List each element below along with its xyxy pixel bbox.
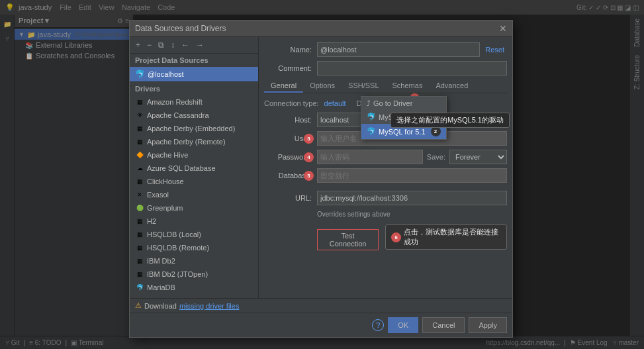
hsqldb-local-icon: ▦ bbox=[135, 230, 144, 239]
azure-icon: ☁ bbox=[135, 164, 144, 173]
save-select[interactable]: Forever Until restart Never bbox=[449, 150, 507, 164]
annotation-2-badge: 2 bbox=[431, 126, 441, 136]
annotation-4: 4 bbox=[304, 152, 314, 162]
driver-label: Greenplum bbox=[147, 204, 183, 212]
tab-ssh-ssl[interactable]: SSH/SSL bbox=[342, 79, 385, 93]
apply-button[interactable]: Apply bbox=[469, 317, 507, 333]
datasource-item-localhost[interactable]: 🐬 @localhost bbox=[130, 67, 258, 81]
database-row: Database: 5 bbox=[264, 168, 507, 183]
comment-row: Comment: bbox=[264, 61, 507, 75]
conn-type-label: Connection type: bbox=[264, 99, 319, 107]
driver-label: Apache Cassandra bbox=[147, 111, 209, 119]
driver-apache-cassandra[interactable]: 👁 Apache Cassandra bbox=[130, 109, 258, 122]
test-annotation-callout: 6 点击，测试数据库是否能连接成功 bbox=[385, 224, 507, 250]
back-btn[interactable]: ← bbox=[179, 40, 191, 50]
driver-apache-hive[interactable]: 🔶 Apache Hive bbox=[130, 148, 258, 162]
tab-options[interactable]: Options bbox=[303, 79, 342, 93]
redshift-icon: ▦ bbox=[135, 97, 144, 107]
driver-label: IBM Db2 bbox=[147, 257, 175, 265]
data-sources-dialog: Data Sources and Drivers ✕ + − ⧉ ↕ ← → P… bbox=[129, 20, 513, 338]
driver-label: Exasol bbox=[147, 191, 169, 199]
dialog-title: Data Sources and Drivers bbox=[135, 24, 226, 33]
help-icon[interactable]: ? bbox=[372, 319, 384, 331]
cassandra-icon: 👁 bbox=[135, 111, 144, 120]
hsqldb-remote-icon: ▦ bbox=[135, 243, 144, 252]
greenplum-icon: 🟢 bbox=[135, 203, 144, 213]
name-row: Name: Reset bbox=[264, 42, 507, 57]
warning-bar: ⚠ Download missing driver files bbox=[130, 298, 512, 313]
host-label: Host: bbox=[264, 116, 317, 124]
driver-derby-embedded[interactable]: ▦ Apache Derby (Embedded) bbox=[130, 122, 258, 135]
driver-clickhouse[interactable]: ▦ ClickHouse bbox=[130, 175, 258, 188]
driver-amazon-redshift[interactable]: ▦ Amazon Redshift bbox=[130, 95, 258, 109]
mysql51-popup-icon: 🐬 bbox=[367, 127, 376, 136]
reset-button[interactable]: Reset bbox=[483, 46, 507, 54]
mysql-icon: 🐬 bbox=[135, 70, 145, 79]
tab-schemas[interactable]: Schemas bbox=[386, 79, 430, 93]
h2-icon: ▦ bbox=[135, 217, 144, 226]
driver-popup-goto[interactable]: ⤴ Go to Driver bbox=[361, 97, 446, 110]
driver-hsqldb-local[interactable]: ▦ HSQLDB (Local) bbox=[130, 228, 258, 241]
test-conn-row: Test Connection 6 点击，测试数据库是否能连接成功 bbox=[264, 224, 507, 250]
project-datasources-header: Project Data Sources bbox=[130, 54, 258, 67]
driver-label: Azure SQL Database bbox=[147, 164, 216, 172]
password-input[interactable] bbox=[317, 150, 423, 164]
copy-datasource-btn[interactable]: ⧉ bbox=[156, 40, 166, 50]
annotation-5: 5 bbox=[304, 171, 314, 181]
driver-ibm-db2-jtopen[interactable]: ▦ IBM Db2 (JTOpen) bbox=[130, 268, 258, 281]
tab-advanced[interactable]: Advanced bbox=[429, 79, 475, 93]
driver-h2[interactable]: ▦ H2 bbox=[130, 215, 258, 228]
tab-general[interactable]: General bbox=[264, 79, 303, 93]
driver-label: Apache Hive bbox=[147, 151, 188, 159]
warning-text-static: Download bbox=[144, 302, 177, 310]
password-row: Password: 4 Save: Forever Until restart … bbox=[264, 150, 507, 164]
url-input[interactable] bbox=[317, 191, 507, 205]
remove-datasource-btn[interactable]: − bbox=[145, 40, 154, 50]
driver-ibm-db2[interactable]: ▦ IBM Db2 bbox=[130, 254, 258, 268]
mysql51-popup-label: MySQL for 5.1 bbox=[379, 128, 426, 136]
ok-button[interactable]: OK bbox=[388, 317, 418, 333]
url-note: Overrides settings above bbox=[264, 209, 507, 219]
driver-hsqldb-remote[interactable]: ▦ HSQLDB (Remote) bbox=[130, 241, 258, 254]
name-label: Name: bbox=[264, 46, 317, 54]
driver-derby-remote[interactable]: ▦ Apache Derby (Remote) bbox=[130, 135, 258, 148]
derby-rem-icon: ▦ bbox=[135, 137, 144, 146]
test-annotation-text: 点击，测试数据库是否能连接成功 bbox=[404, 227, 501, 247]
driver-greenplum[interactable]: 🟢 Greenplum bbox=[130, 201, 258, 215]
ibm-db2-jt-icon: ▦ bbox=[135, 270, 144, 279]
driver-label: ClickHouse bbox=[147, 177, 184, 185]
url-row: URL: bbox=[264, 191, 507, 205]
clickhouse-icon: ▦ bbox=[135, 177, 144, 186]
driver-label: H2 bbox=[147, 217, 156, 225]
move-datasource-btn[interactable]: ↕ bbox=[169, 40, 177, 50]
goto-driver-icon: ⤴ bbox=[367, 99, 371, 107]
cancel-button[interactable]: Cancel bbox=[422, 317, 465, 333]
mariadb-icon: 🐬 bbox=[135, 283, 144, 292]
derby-emb-icon: ▦ bbox=[135, 124, 144, 133]
mysql-popup-icon: 🐬 bbox=[367, 113, 376, 121]
driver-label: IBM Db2 (JTOpen) bbox=[147, 270, 208, 278]
comment-input[interactable] bbox=[317, 61, 507, 75]
dialog-title-bar: Data Sources and Drivers ✕ bbox=[130, 21, 512, 37]
left-pane-toolbar: + − ⧉ ↕ ← → bbox=[130, 37, 258, 54]
driver-label: Apache Derby (Remote) bbox=[147, 138, 226, 146]
driver-exasol[interactable]: ✕ Exasol bbox=[130, 188, 258, 201]
annotation-6: 6 bbox=[391, 232, 401, 242]
callout-annotation-2: 选择之前配置的MySQL5.1的驱动 bbox=[391, 113, 510, 128]
warning-link[interactable]: missing driver files bbox=[179, 302, 239, 310]
conn-type-value[interactable]: default bbox=[324, 99, 346, 107]
test-connection-button[interactable]: Test Connection bbox=[317, 229, 379, 250]
name-input[interactable] bbox=[317, 42, 480, 57]
driver-mariadb[interactable]: 🐬 MariaDB bbox=[130, 281, 258, 294]
database-input[interactable] bbox=[317, 168, 507, 183]
dialog-close-button[interactable]: ✕ bbox=[499, 23, 507, 34]
drivers-section: Drivers ▦ Amazon Redshift 👁 Apache Cassa… bbox=[130, 81, 258, 298]
goto-driver-label: Go to Driver bbox=[373, 99, 412, 107]
dialog-body: + − ⧉ ↕ ← → Project Data Sources 🐬 @loca… bbox=[130, 37, 512, 298]
driver-azure-sql[interactable]: ☁ Azure SQL Database bbox=[130, 162, 258, 175]
driver-label: MariaDB bbox=[147, 283, 175, 291]
add-datasource-btn[interactable]: + bbox=[134, 40, 142, 50]
fwd-btn[interactable]: → bbox=[194, 40, 206, 50]
dialog-footer: ? OK Cancel Apply bbox=[130, 313, 512, 337]
comment-label: Comment: bbox=[264, 64, 317, 72]
